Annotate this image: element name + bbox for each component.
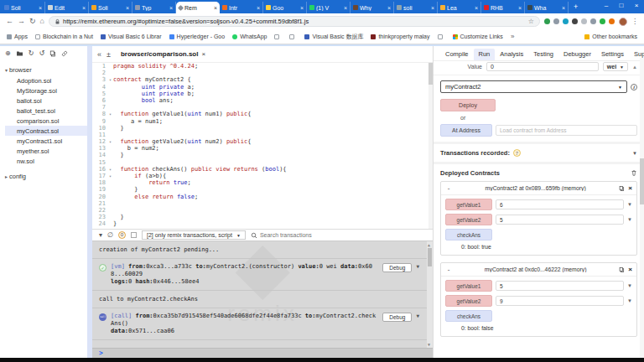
collapse-instance-icon[interactable]: - — [445, 184, 452, 192]
bookmark-item[interactable]: Customize Links — [453, 34, 503, 39]
publish-to-gist-icon[interactable]: ↻ — [29, 50, 34, 57]
function-arg-input[interactable] — [496, 215, 624, 225]
chevron-down-icon[interactable]: ▼ — [627, 283, 632, 288]
info-icon[interactable]: i — [631, 84, 637, 90]
code-line[interactable]: 5 uint private b; — [92, 90, 433, 97]
bookmark-star-icon[interactable]: ☆ — [528, 18, 534, 25]
browser-tab[interactable]: Edit× — [45, 2, 89, 13]
code-editor[interactable]: 1pragma solidity ^0.4.24;23▾contract myC… — [92, 63, 433, 229]
debug-button[interactable]: Debug — [382, 263, 412, 272]
tab-debugger[interactable]: Debugger — [558, 49, 596, 60]
tab-compile[interactable]: Compile — [440, 49, 474, 60]
instance-header[interactable]: -myContract2 at 0x089...659fb (memory)× — [441, 182, 636, 195]
file-item[interactable]: Adoption.sol — [5, 75, 87, 85]
browser-tab[interactable]: Typ× — [132, 2, 176, 13]
code-line[interactable]: 10 } — [92, 125, 433, 132]
code-line[interactable]: 4 uint private a; — [92, 84, 433, 90]
tab-close-icon[interactable]: × — [82, 5, 86, 11]
copy-address-icon[interactable] — [619, 185, 625, 192]
browser-tab[interactable]: Lea× — [438, 2, 481, 13]
browser-tab[interactable]: Soli× — [89, 2, 132, 13]
function-button-getvalue2[interactable]: getValue2 — [445, 214, 492, 225]
collapse-instance-icon[interactable]: - — [445, 266, 452, 273]
extension-icon[interactable] — [581, 18, 587, 24]
extension-icon[interactable] — [553, 18, 559, 24]
terminal-collapse-icon[interactable]: ▾ — [99, 232, 102, 239]
code-line[interactable]: 7 — [92, 104, 433, 111]
home-icon[interactable]: ⌂ — [40, 18, 44, 25]
copy-files-icon[interactable] — [49, 50, 56, 57]
tab-close-icon[interactable]: × — [201, 50, 205, 58]
browser-tab[interactable]: Soli× — [2, 2, 45, 13]
file-item[interactable]: myContract.sol — [5, 126, 87, 136]
collapse-panel-icon[interactable]: « — [97, 50, 101, 59]
code-line[interactable]: 6 bool ans; — [92, 97, 433, 104]
function-button-getvalue1[interactable]: getValue1 — [445, 280, 492, 292]
chevron-down-icon[interactable]: ▼ — [416, 313, 419, 318]
contract-select[interactable]: myContract2 ▼ — [440, 80, 627, 93]
remove-instance-icon[interactable]: × — [628, 184, 632, 192]
link-localhost-icon[interactable] — [61, 50, 68, 57]
editor-file-tab[interactable]: browser/comparison.sol × — [116, 49, 210, 59]
back-icon[interactable]: ← — [6, 18, 13, 25]
bookmark-item[interactable]: Hyperledger - Goo — [169, 34, 226, 39]
code-line[interactable]: 1pragma solidity ^0.4.24; — [92, 63, 433, 70]
code-line[interactable]: 3▾contract myContract2 { — [92, 76, 433, 83]
browser-tab[interactable]: Rem× — [176, 2, 220, 13]
forward-icon[interactable]: → — [18, 18, 25, 25]
browser-tab[interactable]: Intr× — [220, 2, 263, 13]
code-line[interactable]: 23 } — [92, 214, 433, 220]
minimize-button[interactable]: – — [599, 0, 614, 12]
bookmark-item[interactable]: thinkproperty malay — [371, 34, 429, 39]
code-line[interactable]: 11 — [92, 132, 433, 138]
tab-close-icon[interactable]: × — [387, 5, 391, 11]
folder-browser[interactable]: ▾browser — [5, 66, 87, 74]
terminal[interactable]: remix creation of myContract2 pending...… — [92, 241, 433, 348]
chevron-down-icon[interactable]: ▼ — [416, 263, 419, 269]
tab-close-icon[interactable]: × — [214, 5, 217, 11]
tab-close-icon[interactable]: × — [518, 5, 522, 11]
code-line[interactable]: 16▾ function checkAns() public view retu… — [92, 166, 433, 173]
swap-panel-icon[interactable]: ± — [106, 50, 111, 59]
code-line[interactable]: 8▾ function getValue1(uint num1) public{ — [92, 111, 433, 117]
function-button-getvalue2[interactable]: getValue2 — [445, 295, 492, 307]
profile-avatar[interactable] — [619, 18, 627, 26]
extension-icon[interactable] — [544, 18, 550, 24]
file-item[interactable]: ballot_test.sol — [5, 106, 87, 116]
copy-to-instance-icon[interactable]: ↺ — [39, 50, 44, 57]
scroll-up-icon[interactable]: ▲ — [632, 65, 637, 70]
extension-icon[interactable] — [600, 18, 605, 24]
code-line[interactable]: 18 return true; — [92, 179, 433, 186]
code-line[interactable]: 9 a = num1; — [92, 118, 433, 125]
browser-tab[interactable]: RHB× — [481, 2, 525, 13]
function-button-checkans[interactable]: checkAns — [445, 229, 492, 240]
bookmark-item[interactable] — [274, 34, 282, 39]
at-address-input[interactable] — [496, 125, 637, 136]
code-line[interactable]: 24} — [92, 220, 433, 227]
browser-tab[interactable]: Why× — [351, 2, 394, 13]
chevron-down-icon[interactable]: ▼ — [627, 202, 632, 207]
browser-tab[interactable]: (1) V× — [307, 2, 351, 13]
file-item[interactable]: MyStorage.sol — [5, 85, 87, 96]
listen-network-checkbox[interactable] — [131, 232, 137, 238]
terminal-scrollbar[interactable]: ▲▼ — [427, 241, 433, 348]
bookmark-item[interactable]: Visual Basic 6 Librar — [101, 34, 162, 39]
at-address-button[interactable]: At Address — [440, 124, 492, 137]
code-line[interactable]: 17▾ if (a>b){ — [92, 173, 433, 179]
value-input[interactable] — [486, 62, 599, 71]
terminal-prompt[interactable]: > — [92, 348, 433, 358]
file-item[interactable]: comparison.sol — [5, 116, 87, 126]
extension-icon[interactable] — [590, 18, 596, 24]
tab-close-icon[interactable]: × — [344, 5, 347, 11]
extension-icon[interactable] — [572, 18, 578, 24]
bookmark-item[interactable] — [289, 34, 297, 39]
instance-header[interactable]: -myContract2 at 0xdc0...46222 (memory)× — [441, 263, 636, 277]
maximize-button[interactable]: □ — [614, 0, 629, 12]
browser-tab[interactable]: Wha× — [525, 2, 569, 13]
code-line[interactable]: 13 b = num2; — [92, 145, 433, 152]
chevron-down-icon[interactable]: ▼ — [627, 298, 632, 303]
bookmark-item[interactable]: Apps — [7, 34, 28, 39]
terminal-search[interactable] — [251, 232, 426, 239]
file-item[interactable]: nw.sol — [5, 156, 87, 166]
tab-close-icon[interactable]: × — [169, 5, 173, 11]
